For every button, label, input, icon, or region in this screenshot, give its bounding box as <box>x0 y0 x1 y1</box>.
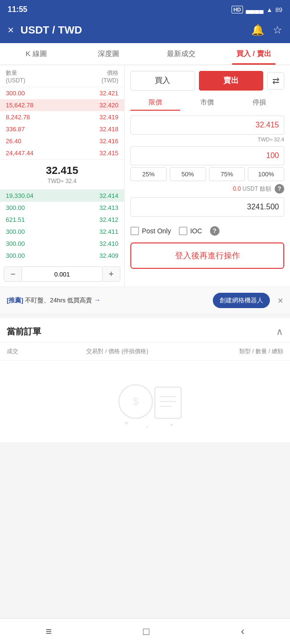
tab-recent[interactable]: 最新成交 <box>145 43 218 65</box>
header-right: 🔔 ☆ <box>251 24 282 36</box>
battery-icon: 89 <box>276 6 282 13</box>
ioc-box[interactable] <box>179 227 187 235</box>
order-type-limit[interactable]: 限價 <box>130 95 180 111</box>
orders-section: 當前訂單 ∧ 成交 交易對 / 價格 (停損價格) 類型 / 數量 / 總額 $… <box>0 318 290 442</box>
tab-depth[interactable]: 深度圖 <box>72 43 145 65</box>
promo-button[interactable]: 創建網格機器人 <box>213 293 270 308</box>
header-title: USDT / TWD <box>21 24 82 36</box>
order-book: 數量 (USDT) 價格 (TWD) 300.00 32.421 15,642.… <box>0 65 125 287</box>
price-sub: TWD≈ 32.4 <box>130 137 284 142</box>
buy-order-row[interactable]: 300.00 32.409 <box>0 250 124 262</box>
order-type-tabs: 限價 市價 停損 <box>130 95 284 111</box>
post-only-label: Post Only <box>142 227 171 235</box>
status-time: 11:55 <box>8 5 27 14</box>
buy-orders: 19,330.04 32.414 300.00 32.413 621.51 32… <box>0 190 124 262</box>
checkbox-help-icon[interactable]: ? <box>210 226 220 236</box>
balance-help-icon[interactable]: ? <box>275 184 284 194</box>
sell-order-row[interactable]: 336.87 32.418 <box>0 123 124 135</box>
trade-panel: 買入 賣出 ⇄ 限價 市價 停損 TWD≈ 32.4 25% 50% 75% 1… <box>125 65 290 287</box>
order-type-market[interactable]: 市價 <box>182 95 232 111</box>
header: × USDT / TWD 🔔 ☆ <box>0 19 290 43</box>
buy-button[interactable]: 買入 <box>130 71 195 91</box>
stepper-value: 0.001 <box>22 266 102 282</box>
precision-stepper: − 0.001 + <box>0 262 124 287</box>
bell-icon[interactable]: 🔔 <box>251 24 264 36</box>
empty-state: $ ✦ ✦ ✦ <box>0 361 290 442</box>
sell-order-row[interactable]: 26.40 32.416 <box>0 135 124 147</box>
price-input[interactable] <box>130 115 284 135</box>
ob-qty-header: 數量 (USDT) <box>6 69 102 84</box>
promo-banner: [推薦] 不盯盤、24hrs 低買高賣 → 創建網格機器人 × <box>0 287 290 314</box>
buy-order-row[interactable]: 19,330.04 32.414 <box>0 190 124 202</box>
order-book-header: 數量 (USDT) 價格 (TWD) <box>0 65 124 87</box>
post-only-checkbox[interactable]: Post Only <box>130 227 171 235</box>
bottom-nav: ≡ □ ‹ <box>0 618 290 644</box>
sell-orders: 300.00 32.421 15,642.78 32.420 8,242.78 … <box>0 87 124 159</box>
orders-col1-header: 成交 <box>7 347 62 356</box>
svg-text:$: $ <box>132 395 138 407</box>
sell-order-row[interactable]: 8,242.78 32.419 <box>0 111 124 123</box>
orders-col3-header: 類型 / 數量 / 總額 <box>173 347 283 356</box>
svg-text:✦: ✦ <box>124 419 129 427</box>
promo-close-button[interactable]: × <box>278 295 283 306</box>
checkbox-row: Post Only IOC ? <box>130 226 284 236</box>
total-input[interactable] <box>130 197 284 217</box>
nav-back-icon[interactable]: ‹ <box>226 621 258 642</box>
qty-input[interactable] <box>130 146 284 165</box>
ioc-label: IOC <box>190 227 202 235</box>
ioc-checkbox[interactable]: IOC <box>179 227 202 235</box>
buy-order-row[interactable]: 300.00 32.411 <box>0 226 124 238</box>
promo-text: [推薦] 不盯盤、24hrs 低買高賣 → <box>7 296 209 305</box>
tab-k-chart[interactable]: K 線圖 <box>0 43 72 65</box>
wifi-icon: ▲ <box>267 6 273 13</box>
percent-buttons: 25% 50% 75% 100% <box>130 167 284 181</box>
main-content: 數量 (USDT) 價格 (TWD) 300.00 32.421 15,642.… <box>0 65 290 287</box>
order-type-stop[interactable]: 停損 <box>234 95 284 111</box>
buy-sell-row: 買入 賣出 ⇄ <box>130 71 284 91</box>
post-only-box[interactable] <box>130 227 139 235</box>
buy-order-row[interactable]: 300.00 32.410 <box>0 238 124 250</box>
star-icon[interactable]: ☆ <box>273 24 282 36</box>
sell-order-row[interactable]: 15,642.78 32.420 <box>0 99 124 111</box>
svg-text:✦: ✦ <box>169 422 174 428</box>
tab-bar: K 線圖 深度圖 最新成交 買入 / 賣出 <box>0 43 290 65</box>
total-input-wrapper <box>130 197 284 221</box>
svg-rect-2 <box>155 387 181 418</box>
sell-order-row[interactable]: 24,447.44 32.415 <box>0 147 124 159</box>
empty-illustration: $ ✦ ✦ ✦ <box>97 375 193 433</box>
sell-order-row[interactable]: 300.00 32.421 <box>0 87 124 99</box>
status-bar: 11:55 HD ▄▄▄▄ ▲ 89 <box>0 0 290 19</box>
nav-home-icon[interactable]: □ <box>129 621 164 642</box>
stepper-increment[interactable]: + <box>102 266 120 282</box>
orders-header: 當前訂單 ∧ <box>0 318 290 343</box>
pct-100[interactable]: 100% <box>248 167 284 181</box>
collapse-icon[interactable]: ∧ <box>276 326 283 337</box>
orders-col2-header: 交易對 / 價格 (停損價格) <box>62 347 173 356</box>
buy-order-row[interactable]: 300.00 32.413 <box>0 202 124 214</box>
orders-table-header: 成交 交易對 / 價格 (停損價格) 類型 / 數量 / 總額 <box>0 343 290 361</box>
ob-price-header: 價格 (TWD) <box>102 69 118 84</box>
hd-badge: HD <box>232 6 243 13</box>
sell-button[interactable]: 賣出 <box>199 71 264 91</box>
header-left: × USDT / TWD <box>8 24 82 36</box>
mid-price: 32.415 TWD≈ 32.4 <box>0 159 124 190</box>
transfer-icon[interactable]: ⇄ <box>267 72 284 90</box>
buy-order-row[interactable]: 621.51 32.412 <box>0 214 124 226</box>
pct-75[interactable]: 75% <box>209 167 245 181</box>
signal-icon: ▄▄▄▄ <box>246 6 264 13</box>
login-button[interactable]: 登入後再進行操作 <box>130 242 284 269</box>
orders-title: 當前訂單 <box>7 326 41 337</box>
pct-50[interactable]: 50% <box>170 167 206 181</box>
pct-25[interactable]: 25% <box>130 167 167 181</box>
nav-menu-icon[interactable]: ≡ <box>31 621 66 642</box>
status-icons: HD ▄▄▄▄ ▲ 89 <box>232 6 282 13</box>
stepper-decrement[interactable]: − <box>4 266 22 282</box>
svg-text:✦: ✦ <box>145 425 149 430</box>
close-icon[interactable]: × <box>8 24 14 36</box>
balance-row: 0.0 USDT 餘額 ? <box>130 184 284 194</box>
tab-buy-sell[interactable]: 買入 / 賣出 <box>218 43 290 65</box>
